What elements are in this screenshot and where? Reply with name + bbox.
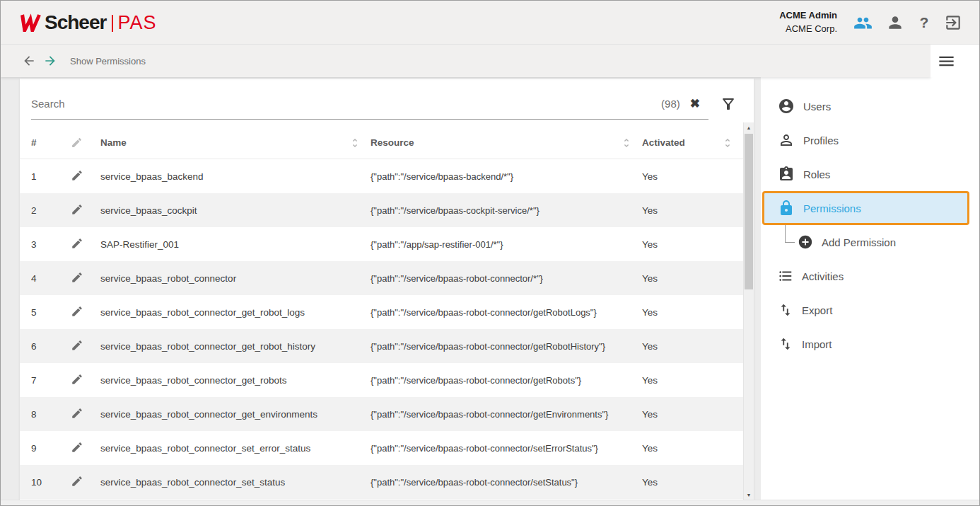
vertical-scrollbar[interactable]: ▲ ▼ <box>743 122 754 500</box>
help-icon[interactable]: ? <box>918 14 931 31</box>
app-window: Scheer PAS ACME Admin ACME Corp. ? <box>0 0 980 506</box>
permission-resource: {"path":"/service/bpaas-robot-connector/… <box>371 273 642 284</box>
sidebar-item-permissions[interactable]: Permissions <box>762 191 969 225</box>
page-title: Show Permissions <box>70 56 146 67</box>
edit-permission-icon[interactable] <box>71 475 83 488</box>
table-row: 6 service_bpaas_robot_connector_get_robo… <box>20 329 743 363</box>
scroll-down-button[interactable]: ▼ <box>744 490 754 500</box>
column-header-activated[interactable]: Activated <box>642 137 743 149</box>
breadcrumb-bar: Show Permissions <box>1 45 931 77</box>
column-header-label: Activated <box>642 137 685 148</box>
permission-resource: {"path":"/service/bpaas-backend/*"} <box>371 171 642 182</box>
scrollbar-thumb[interactable] <box>745 134 753 289</box>
edit-permission-icon[interactable] <box>71 305 83 318</box>
user-management-icon[interactable] <box>853 13 873 33</box>
edit-permission-icon[interactable] <box>71 203 83 216</box>
export-icon <box>778 302 793 318</box>
table-row: 1 service_bpaas_backend {"path":"/servic… <box>20 159 743 193</box>
scheer-logo-mark-icon <box>18 13 42 32</box>
sidebar-item-label: Activities <box>802 270 844 282</box>
sort-icon <box>722 137 733 149</box>
edit-permission-icon[interactable] <box>71 407 83 420</box>
permission-name: service_bpaas_robot_connector_set_status <box>100 477 371 488</box>
permission-resource: {"path":"/app/sap-restifier-001/*"} <box>371 239 642 250</box>
app-header: Scheer PAS ACME Admin ACME Corp. ? <box>1 1 979 45</box>
permission-activated: Yes <box>642 443 743 454</box>
permission-name: service_bpaas_robot_connector_get_robots <box>100 375 371 386</box>
permission-name: service_bpaas_robot_connector <box>100 273 371 284</box>
edit-permission-icon[interactable] <box>71 237 83 250</box>
sidebar-item-profiles[interactable]: Profiles <box>761 123 979 157</box>
permission-name: SAP-Restifier_001 <box>100 239 371 250</box>
row-number: 9 <box>31 443 71 454</box>
permission-activated: Yes <box>642 273 743 284</box>
permission-name: service_bpaas_robot_connector_get_robot_… <box>100 307 371 318</box>
permission-activated: Yes <box>642 307 743 318</box>
table-row: 10 service_bpaas_robot_connector_set_sta… <box>20 465 743 499</box>
row-number: 6 <box>31 341 71 352</box>
permission-name: service_bpaas_robot_connector_get_robot_… <box>100 341 371 352</box>
sidebar-menu: Users Profiles Roles Permissions Add <box>761 77 979 505</box>
search-input[interactable] <box>31 98 654 110</box>
forward-arrow-icon[interactable] <box>43 54 57 68</box>
sidebar-item-export[interactable]: Export <box>761 293 979 327</box>
user-organization: ACME Corp. <box>779 23 837 36</box>
table-row: 7 service_bpaas_robot_connector_get_robo… <box>20 363 743 397</box>
row-number: 8 <box>31 409 71 420</box>
sidebar-item-roles[interactable]: Roles <box>761 157 979 191</box>
edit-permission-icon[interactable] <box>71 271 83 284</box>
permission-name: service_bpaas_robot_connector_get_enviro… <box>100 409 371 420</box>
logout-icon[interactable] <box>944 13 962 32</box>
permission-resource: {"path":"/service/bpaas-robot-connector/… <box>371 443 642 454</box>
logo-brand-text: Scheer <box>45 11 106 34</box>
edit-permission-icon[interactable] <box>71 441 83 454</box>
permission-name: service_bpaas_cockpit <box>100 205 371 216</box>
hamburger-menu-icon[interactable] <box>937 52 956 71</box>
permission-name: service_bpaas_robot_connector_set_error_… <box>100 443 371 454</box>
sidebar-item-import[interactable]: Import <box>761 327 979 361</box>
edit-permission-icon[interactable] <box>71 373 83 386</box>
table-row: 2 service_bpaas_cockpit {"path":"/servic… <box>20 193 743 227</box>
clear-search-icon[interactable]: ✖ <box>690 98 700 110</box>
column-header-label: Name <box>100 137 127 148</box>
row-number: 5 <box>31 307 71 318</box>
filter-icon[interactable] <box>720 96 737 113</box>
permission-resource: {"path":"/service/bpaas-robot-connector/… <box>371 409 642 420</box>
sidebar-item-label: Add Permission <box>822 236 896 248</box>
permission-resource: {"path":"/service/bpaas-robot-connector/… <box>371 307 642 318</box>
row-number: 4 <box>31 273 71 284</box>
sidebar-toggle-button[interactable] <box>931 45 980 77</box>
permission-resource: {"path":"/service/bpaas-robot-connector/… <box>371 375 642 386</box>
horizontal-scrollbar[interactable] <box>1 500 979 505</box>
column-header-name[interactable]: Name <box>100 137 371 149</box>
permission-activated: Yes <box>642 341 743 352</box>
permission-activated: Yes <box>642 239 743 250</box>
edit-permission-icon[interactable] <box>71 339 83 352</box>
search-underline-group: (98) ✖ <box>31 89 708 120</box>
tree-connector <box>785 225 795 243</box>
sidebar-item-label: Roles <box>803 168 830 180</box>
permission-name: service_bpaas_backend <box>100 171 371 182</box>
table-header-row: # Name Resource Activated <box>20 127 743 159</box>
sidebar-item-add-permission[interactable]: Add Permission <box>761 225 979 259</box>
back-arrow-icon[interactable] <box>22 54 36 68</box>
scheer-pas-logo: Scheer PAS <box>19 11 156 34</box>
table-row: 9 service_bpaas_robot_connector_set_erro… <box>20 431 743 465</box>
row-number: 1 <box>31 171 71 182</box>
profile-icon[interactable] <box>886 13 904 32</box>
sidebar-item-activities[interactable]: Activities <box>761 259 979 293</box>
sort-icon <box>621 137 632 149</box>
lock-icon <box>778 200 795 217</box>
permission-resource: {"path":"/service/bpaas-robot-connector/… <box>371 477 642 488</box>
sidebar-item-users[interactable]: Users <box>761 89 979 123</box>
column-header-resource[interactable]: Resource <box>371 137 642 149</box>
column-header-edit-icon <box>71 137 100 149</box>
edit-permission-icon[interactable] <box>71 169 83 182</box>
sidebar-item-label: Users <box>803 100 831 113</box>
scroll-up-button[interactable]: ▲ <box>744 122 754 132</box>
sort-icon <box>349 137 361 149</box>
permission-activated: Yes <box>642 375 743 386</box>
column-header-number: # <box>31 137 71 148</box>
current-user-info: ACME Admin ACME Corp. <box>779 9 837 36</box>
header-right-area: ACME Admin ACME Corp. ? <box>779 1 962 45</box>
